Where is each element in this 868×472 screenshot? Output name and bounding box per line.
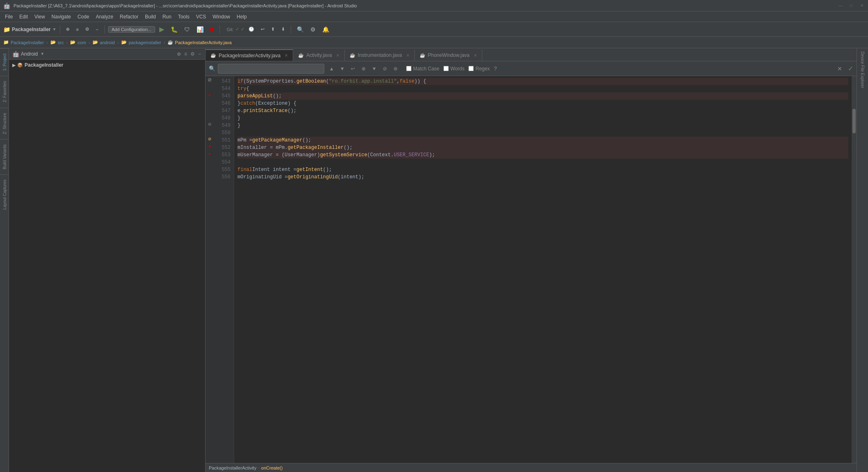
git-revert[interactable]: ↩ [258,26,267,33]
tab-close-3[interactable]: ✕ [474,53,477,58]
match-case-option[interactable]: Match Case [406,66,439,72]
tab-activity[interactable]: ☕ Activity.java ✕ [293,49,344,61]
debug-run-btn[interactable]: 🐛 [168,25,180,34]
bc-class[interactable]: PackageInstallerActivity [209,465,256,470]
menu-build[interactable]: Build [142,13,159,20]
menu-code[interactable]: Code [74,13,93,20]
maximize-btn[interactable]: □ [848,3,854,9]
tab-close-0[interactable]: ✕ [285,53,288,58]
title-text: PackageInstaller [Z:\A63_7.1\android\pac… [14,3,357,8]
tab-close-1[interactable]: ✕ [336,53,339,58]
menu-navigate[interactable]: Navigate [48,13,74,20]
project-minimize-icon[interactable]: − [197,50,202,58]
git-pull[interactable]: ⬇ [279,26,287,33]
project-settings-icon[interactable]: ⊕ [176,50,182,58]
sidebar-tab-favorites[interactable]: 2: Favorites [0,76,9,107]
tab-phonewindow[interactable]: ☕ PhoneWindow.java ✕ [415,49,482,61]
search-word-wrap-btn[interactable]: ↩ [348,64,358,74]
regex-checkbox[interactable] [468,66,474,71]
settings-gear-icon[interactable]: ⚙ [308,25,318,34]
settings-icon[interactable]: ⚙ [83,26,92,33]
toolbar-separator-3 [219,25,220,34]
words-checkbox[interactable] [443,66,449,71]
menu-run[interactable]: Run [159,13,175,20]
git-push[interactable]: ⬆ [269,26,277,33]
sidebar-tab-project[interactable]: 1: Project [0,48,9,76]
stop-btn[interactable]: ■ [208,25,217,34]
project-gear-icon[interactable]: ⚙ [190,50,196,58]
project-layout-icon[interactable]: ≡ [183,50,188,58]
git-check1[interactable]: ✓ [235,27,239,32]
search-close-btn[interactable]: ✕ [837,65,842,72]
git-check2[interactable]: ✓ [241,27,244,32]
vertical-scrollbar[interactable] [852,76,857,463]
device-file-explorer-label[interactable]: Device File Explorer [859,48,866,91]
run-btn[interactable]: ▶ [157,25,167,34]
sidebar-tab-layout-captures[interactable]: Layout Captures [0,174,9,214]
run-config-selector[interactable]: Add Configuration... [108,26,155,33]
breadcrumb-com[interactable]: com [77,40,86,45]
minimize-panel-icon[interactable]: − [93,26,101,33]
toolbar-separator-4 [291,25,291,34]
search-input[interactable] [218,64,324,74]
search-funnel-btn[interactable]: ⊘ [380,64,390,74]
code-area[interactable]: ⊘ ● ⊖ ⊘ ● ● 543 544 545 546 [206,76,857,463]
project-dropdown-icon[interactable]: ▼ [52,27,57,31]
breadcrumb-packageinstaller[interactable]: packageinstaller [129,40,161,45]
breadcrumb-android[interactable]: android [100,40,115,45]
sidebar-tab-build-variants[interactable]: Build Variants [0,139,9,174]
regex-option[interactable]: Regex [468,66,490,72]
search-expand-btn[interactable]: ⊕ [359,64,368,74]
tab-packageinstalleractivity[interactable]: ☕ PackageInstallerActivity.java ✕ [206,49,293,61]
notifications-icon[interactable]: 🔔 [320,25,332,34]
search-extra-btn[interactable]: ⊛ [391,64,400,74]
menu-edit[interactable]: Edit [16,13,31,20]
tree-item-packageinstaller[interactable]: ▶ 📦 PackageInstaller [11,61,203,69]
nav-sep-3: › [88,40,90,45]
menu-file[interactable]: File [2,13,16,20]
sync-icon[interactable]: ⊕ [63,26,72,33]
menu-window[interactable]: Window [209,13,233,20]
menu-analyze[interactable]: Analyze [93,13,117,20]
search-down-btn[interactable]: ▼ [337,64,347,74]
coverage-btn[interactable]: 🛡 [182,25,192,34]
profile-btn[interactable]: 📊 [194,25,206,34]
tab-instrumentation[interactable]: ☕ Instrumentation.java ✕ [345,49,415,61]
bc-method[interactable]: onCreate() [261,465,283,470]
search-help-btn[interactable]: ? [494,65,497,72]
minimize-btn[interactable]: — [838,3,843,9]
breakpoint-545[interactable]: ● [208,92,211,97]
close-btn[interactable]: ✕ [859,3,865,9]
words-option[interactable]: Words [443,66,464,72]
app-icon: 🤖 [3,2,10,9]
breakpoint-551[interactable]: ⊘ [208,137,211,141]
menu-view[interactable]: View [31,13,48,20]
code-line-556: mOriginatingUid = getOriginatingUid(inte… [237,173,848,181]
gutter-545: ● [206,91,214,98]
git-history[interactable]: 🕐 [246,26,257,33]
match-case-checkbox[interactable] [406,66,411,71]
tab-close-2[interactable]: ✕ [406,53,409,58]
breadcrumb-file[interactable]: PackageInstallerActivity.java [175,40,232,45]
scrollbar-thumb[interactable] [852,109,856,133]
git-section: Git: ✓ ✓ 🕐 ↩ ⬆ ⬇ [226,26,287,33]
search-filter-btn[interactable]: ▼ [369,64,379,74]
code-editor[interactable]: if (SystemProperties.getBoolean("ro.forb… [234,76,852,463]
gutter-552: ● [206,142,214,150]
breakpoint-543[interactable]: ⊘ [208,77,212,83]
search-up-btn[interactable]: ▲ [327,64,337,74]
breadcrumb-project[interactable]: PackageInstaller [11,40,44,45]
menu-vcs[interactable]: VCS [193,13,210,20]
structure-icon[interactable]: ≡ [74,26,81,33]
breakpoint-552[interactable]: ● [208,144,211,148]
sidebar-tab-structure[interactable]: Z: Structure [0,108,9,139]
menu-help[interactable]: Help [233,13,250,20]
code-line-550 [237,129,848,137]
menu-tools[interactable]: Tools [175,13,193,20]
search-everywhere-btn[interactable]: 🔍 [294,25,306,34]
menu-refactor[interactable]: Refactor [117,13,142,20]
breakpoint-553[interactable]: ● [208,151,211,156]
android-dropdown[interactable]: ▼ [40,52,44,56]
breadcrumb-src[interactable]: src [58,40,64,45]
project-name[interactable]: PackageInstaller [12,27,51,32]
